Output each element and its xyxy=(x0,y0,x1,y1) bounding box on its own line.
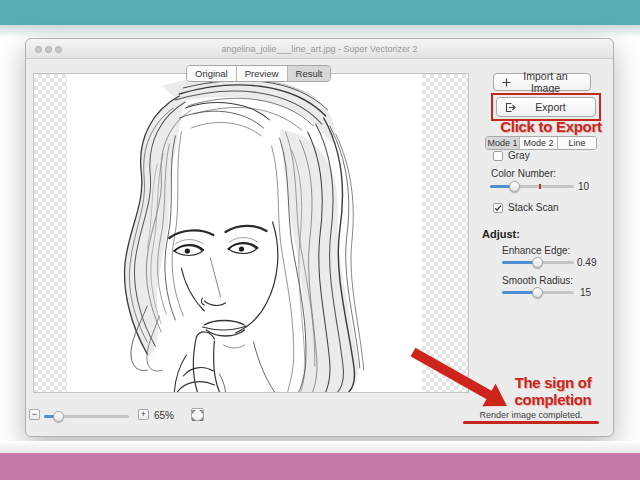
window-title: angelina_jolie___line_art.jpg - Super Ve… xyxy=(26,39,613,59)
enhance-edge-slider[interactable] xyxy=(502,257,574,268)
completion-annotation: The sign of completion xyxy=(488,374,614,408)
tab-line[interactable]: Line xyxy=(558,137,596,149)
completion-annotation-line2: completion xyxy=(488,391,614,408)
color-number-value: 10 xyxy=(578,181,589,192)
color-number-marker xyxy=(539,184,542,189)
zoom-in-button[interactable]: + xyxy=(138,409,149,420)
zoom-slider[interactable] xyxy=(44,411,129,422)
mode-tabs: Mode 1 Mode 2 Line xyxy=(485,136,597,150)
stack-scan-label: Stack Scan xyxy=(508,202,559,213)
view-tabs: Original Preview Result xyxy=(186,65,331,82)
screenshot-stage: angelina_jolie___line_art.jpg - Super Ve… xyxy=(0,0,640,480)
tab-result[interactable]: Result xyxy=(288,66,331,81)
titlebar: angelina_jolie___line_art.jpg - Super Ve… xyxy=(26,39,613,59)
fit-screen-icon xyxy=(192,409,203,424)
completion-annotation-line1: The sign of xyxy=(488,374,614,391)
tab-mode-2[interactable]: Mode 2 xyxy=(520,137,558,149)
color-number-label: Color Number: xyxy=(491,168,556,179)
enhance-edge-label: Enhance Edge: xyxy=(502,245,570,256)
bottom-banner xyxy=(0,453,640,480)
status-underline-annotation xyxy=(463,421,599,424)
render-status-text: Render image completed. xyxy=(461,410,601,420)
smooth-radius-value: 15 xyxy=(580,287,591,298)
stack-scan-checkbox-box[interactable] xyxy=(493,203,503,213)
zoom-slider-thumb[interactable] xyxy=(53,411,64,422)
adjust-heading: Adjust: xyxy=(482,228,520,240)
line-art-image xyxy=(67,74,422,392)
enhance-edge-value: 0.49 xyxy=(577,257,596,268)
zoom-out-button[interactable]: − xyxy=(29,409,40,420)
check-icon xyxy=(494,204,502,212)
tab-preview[interactable]: Preview xyxy=(237,66,288,81)
export-highlight-annotation xyxy=(491,93,601,121)
enhance-edge-thumb[interactable] xyxy=(532,257,543,268)
tab-original[interactable]: Original xyxy=(187,66,237,81)
image-canvas xyxy=(33,73,469,393)
fit-screen-button[interactable] xyxy=(191,408,204,421)
color-number-thumb[interactable] xyxy=(509,181,520,192)
import-image-label: Import an Image xyxy=(511,70,590,94)
gray-checkbox[interactable]: Gray xyxy=(493,150,530,161)
stack-scan-checkbox[interactable]: Stack Scan xyxy=(493,202,559,213)
tab-mode-1[interactable]: Mode 1 xyxy=(486,137,520,149)
color-number-slider[interactable] xyxy=(490,181,574,192)
gray-checkbox-box[interactable] xyxy=(493,151,503,161)
smooth-radius-slider[interactable] xyxy=(502,287,574,298)
zoom-level: 65% xyxy=(154,410,174,421)
bottom-banner-fade xyxy=(0,441,640,453)
app-window: angelina_jolie___line_art.jpg - Super Ve… xyxy=(25,38,614,437)
smooth-radius-label: Smooth Radius: xyxy=(502,275,573,286)
plus-icon xyxy=(502,78,511,87)
click-to-export-annotation: Click to Export xyxy=(484,118,614,135)
gray-checkbox-label: Gray xyxy=(508,150,530,161)
top-banner-fade xyxy=(0,25,640,38)
top-banner xyxy=(0,0,640,25)
smooth-radius-thumb[interactable] xyxy=(532,287,543,298)
import-image-button[interactable]: Import an Image xyxy=(493,73,591,91)
